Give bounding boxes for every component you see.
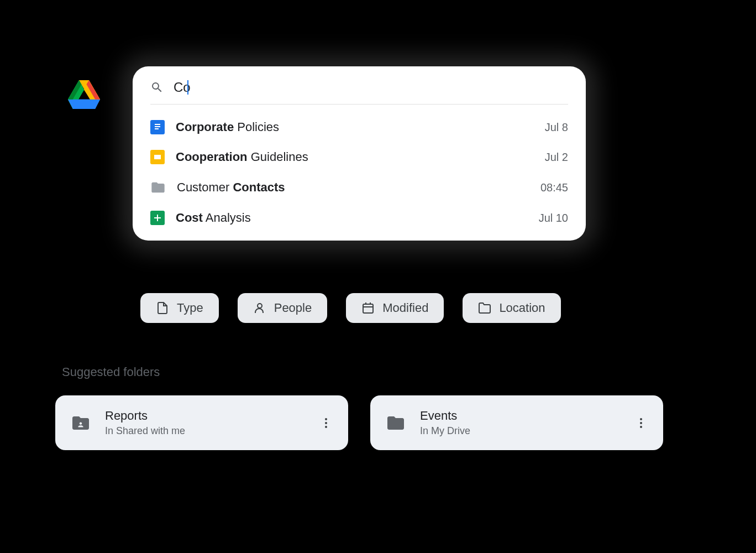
person-icon [253, 301, 266, 315]
chip-modified[interactable]: Modified [346, 293, 444, 323]
folder-name: Events [420, 409, 620, 423]
result-date: 08:45 [540, 181, 568, 194]
svg-point-13 [325, 426, 327, 428]
folder-card-events[interactable]: Events In My Drive [370, 395, 663, 450]
folder-location: In Shared with me [105, 425, 305, 437]
shared-folder-icon [71, 413, 91, 433]
drive-logo [67, 80, 101, 109]
search-panel: Co Corporate Policies Jul 8 Cooperation … [133, 66, 586, 241]
svg-rect-7 [363, 304, 373, 313]
chip-label: Location [499, 301, 545, 315]
folder-text: Reports In Shared with me [105, 409, 305, 437]
svg-point-12 [325, 422, 327, 424]
result-date: Jul 10 [539, 212, 568, 225]
result-row[interactable]: Cost Analysis Jul 10 [150, 211, 568, 225]
svg-rect-0 [155, 124, 160, 125]
chip-people[interactable]: People [238, 293, 328, 323]
svg-point-14 [640, 418, 642, 420]
result-name: Customer Contacts [177, 180, 529, 195]
chip-label: People [274, 301, 312, 315]
folder-card-reports[interactable]: Reports In Shared with me [55, 395, 348, 450]
svg-rect-3 [154, 155, 161, 159]
calendar-icon [361, 301, 375, 315]
folder-name: Reports [105, 409, 305, 423]
chip-type[interactable]: Type [140, 293, 219, 323]
chip-label: Modified [382, 301, 428, 315]
svg-point-11 [325, 418, 327, 420]
chip-location[interactable]: Location [463, 293, 560, 323]
result-date: Jul 2 [545, 151, 568, 164]
slides-icon [150, 150, 165, 164]
svg-point-6 [258, 304, 262, 308]
result-row[interactable]: Customer Contacts 08:45 [150, 180, 568, 195]
folder-cards: Reports In Shared with me Events In My D… [55, 395, 663, 450]
folder-outline-icon [478, 301, 491, 315]
file-icon [156, 301, 169, 315]
suggested-heading: Suggested folders [62, 365, 160, 379]
search-results: Corporate Policies Jul 8 Cooperation Gui… [150, 105, 568, 225]
filter-chips: Type People Modified Location [140, 293, 561, 323]
result-row[interactable]: Cooperation Guidelines Jul 2 [150, 150, 568, 164]
svg-point-15 [640, 422, 642, 424]
folder-text: Events In My Drive [420, 409, 620, 437]
result-date: Jul 8 [545, 121, 568, 134]
more-vert-icon[interactable] [634, 416, 648, 430]
search-icon [150, 81, 164, 94]
result-name: Corporate Policies [176, 120, 534, 134]
result-row[interactable]: Corporate Policies Jul 8 [150, 120, 568, 134]
search-input[interactable]: Co [174, 80, 188, 95]
search-bar[interactable]: Co [150, 80, 568, 105]
svg-rect-1 [155, 126, 160, 127]
docs-icon [150, 120, 165, 134]
more-vert-icon[interactable] [319, 416, 333, 430]
sheets-icon [150, 211, 165, 225]
folder-location: In My Drive [420, 425, 620, 437]
folder-solid-icon [386, 413, 406, 433]
folder-icon [150, 180, 166, 195]
svg-rect-2 [155, 128, 159, 129]
result-name: Cooperation Guidelines [176, 150, 534, 164]
result-name: Cost Analysis [176, 211, 528, 225]
svg-point-16 [640, 426, 642, 428]
text-caret [187, 80, 188, 95]
chip-label: Type [177, 301, 203, 315]
